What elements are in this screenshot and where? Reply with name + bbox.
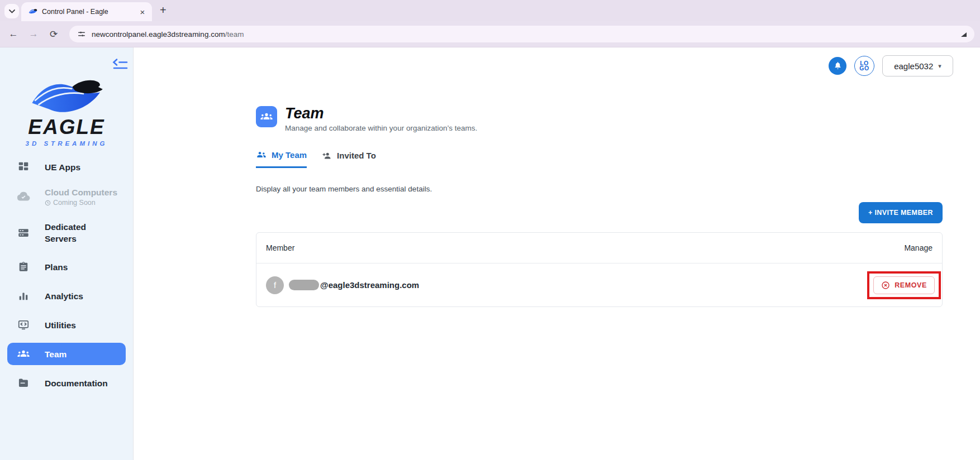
eagle-swoosh-icon bbox=[25, 75, 108, 118]
coming-soon-badge: Coming Soon bbox=[45, 199, 117, 207]
sidebar-item-utilities[interactable]: Utilities bbox=[0, 310, 133, 339]
sidebar-item-label: Analytics bbox=[45, 290, 83, 302]
site-info-icon[interactable] bbox=[77, 30, 86, 39]
tab-title: Control Panel - Eagle bbox=[42, 8, 133, 16]
table-header: Member Manage bbox=[256, 233, 942, 263]
toolbar-edge-icon bbox=[961, 29, 967, 39]
account-dropdown[interactable]: eagle5032 ▾ bbox=[882, 55, 953, 76]
sidebar-item-documentation[interactable]: Documentation bbox=[0, 368, 133, 397]
invite-member-button[interactable]: + INVITE MEMBER bbox=[859, 202, 943, 223]
sidebar-nav: UE Apps Cloud Computers Coming Soon bbox=[0, 154, 133, 397]
avatar-text-bottom: GO bbox=[859, 66, 869, 71]
team-icon bbox=[17, 347, 30, 361]
dashboard-icon bbox=[17, 161, 30, 173]
team-page: Team Manage and collaborate within your … bbox=[256, 106, 943, 307]
member-email: @eagle3dstreaming.com bbox=[320, 280, 419, 290]
tab-label: Invited To bbox=[337, 151, 376, 160]
sidebar: EAGLE 3D STREAMING UE Apps Cloud Compute… bbox=[0, 47, 134, 460]
sidebar-item-label: Documentation bbox=[45, 377, 108, 389]
forward-icon[interactable]: → bbox=[25, 28, 42, 40]
browser-toolbar: ← → ⟳ newcontrolpanel.eagle3dstreaming.c… bbox=[0, 21, 980, 47]
page-header-text: Team Manage and collaborate within your … bbox=[285, 106, 477, 132]
sidebar-item-ue-apps[interactable]: UE Apps bbox=[0, 154, 133, 180]
server-icon bbox=[17, 227, 30, 239]
column-manage: Manage bbox=[904, 243, 933, 252]
url-path: /team bbox=[225, 30, 244, 39]
header-actions: LO GO eagle5032 ▾ bbox=[829, 55, 953, 76]
tab-label: My Team bbox=[272, 150, 307, 160]
team-tabs: My Team Invited To bbox=[256, 149, 943, 168]
clock-icon bbox=[45, 200, 51, 206]
reload-icon[interactable]: ⟳ bbox=[45, 28, 63, 40]
sidebar-item-team[interactable]: Team bbox=[7, 343, 126, 365]
url-host: newcontrolpanel.eagle3dstreaming.com bbox=[92, 30, 225, 39]
app-frame: EAGLE 3D STREAMING UE Apps Cloud Compute… bbox=[0, 47, 980, 460]
tab-search-button[interactable] bbox=[4, 4, 19, 18]
url-text: newcontrolpanel.eagle3dstreaming.com/tea… bbox=[92, 30, 244, 39]
bell-icon bbox=[833, 61, 843, 71]
redacted-email-name bbox=[289, 280, 319, 290]
sidebar-item-label: Utilities bbox=[45, 319, 76, 331]
tab-my-team[interactable]: My Team bbox=[256, 149, 307, 168]
sidebar-item-cloud-computers: Cloud Computers Coming Soon bbox=[0, 180, 133, 213]
sidebar-item-label: UE Apps bbox=[45, 161, 80, 173]
page-description: Display all your team members and essent… bbox=[256, 185, 943, 193]
remove-member-button[interactable]: REMOVE bbox=[873, 276, 935, 294]
brand-name: EAGLE bbox=[0, 118, 133, 137]
utilities-icon bbox=[17, 319, 30, 331]
address-bar[interactable]: newcontrolpanel.eagle3dstreaming.com/tea… bbox=[69, 26, 974, 42]
sidebar-item-dedicated-servers[interactable]: Dedicated Servers bbox=[0, 213, 133, 252]
browser-tab-bar: Control Panel - Eagle × + bbox=[0, 0, 980, 21]
collapse-sidebar-icon[interactable] bbox=[112, 58, 129, 70]
eagle-logo: EAGLE 3D STREAMING bbox=[0, 75, 133, 147]
members-table: Member Manage f @eagle3dstreaming.com RE… bbox=[256, 232, 943, 307]
table-row: f @eagle3dstreaming.com REMOVE bbox=[256, 263, 942, 306]
tab-invited-to[interactable]: Invited To bbox=[321, 149, 376, 168]
org-logo-avatar[interactable]: LO GO bbox=[854, 56, 874, 76]
eagle-favicon-icon bbox=[28, 8, 37, 16]
bar-chart-icon bbox=[17, 290, 30, 302]
team-page-icon bbox=[256, 106, 277, 127]
tab-close-icon[interactable]: × bbox=[137, 7, 148, 17]
folder-icon bbox=[17, 377, 30, 389]
back-icon[interactable]: ← bbox=[4, 28, 22, 40]
sidebar-item-analytics[interactable]: Analytics bbox=[0, 281, 133, 310]
brand-subtitle: 3D STREAMING bbox=[0, 140, 133, 147]
page-title: Team bbox=[285, 106, 477, 121]
remove-label: REMOVE bbox=[895, 281, 927, 289]
main-panel: LO GO eagle5032 ▾ Team Manage and collab… bbox=[134, 47, 980, 460]
sidebar-item-text: Cloud Computers Coming Soon bbox=[45, 186, 117, 207]
browser-tab[interactable]: Control Panel - Eagle × bbox=[21, 2, 152, 21]
chevron-down-icon: ▾ bbox=[938, 63, 941, 70]
notifications-button[interactable] bbox=[829, 57, 846, 75]
sidebar-item-plans[interactable]: Plans bbox=[0, 252, 133, 281]
chevron-down-icon bbox=[9, 9, 15, 13]
sidebar-item-label: Plans bbox=[45, 261, 68, 273]
member-avatar: f bbox=[266, 276, 284, 294]
new-tab-button[interactable]: + bbox=[160, 4, 166, 17]
remove-highlight-annotation: REMOVE bbox=[867, 271, 941, 299]
sidebar-item-label: Dedicated Servers bbox=[45, 221, 101, 245]
sidebar-item-label: Team bbox=[45, 348, 66, 360]
page-subtitle: Manage and collaborate within your organ… bbox=[285, 124, 477, 132]
page-header: Team Manage and collaborate within your … bbox=[256, 106, 943, 132]
sidebar-collapse-row bbox=[0, 47, 133, 75]
person-add-icon bbox=[321, 150, 332, 161]
clipboard-icon bbox=[17, 261, 30, 273]
cloud-check-icon bbox=[17, 190, 30, 203]
sidebar-item-label: Cloud Computers bbox=[45, 188, 117, 197]
invite-row: + INVITE MEMBER bbox=[256, 202, 943, 223]
account-name: eagle5032 bbox=[894, 61, 933, 71]
cancel-circle-icon bbox=[881, 281, 890, 290]
column-member: Member bbox=[266, 243, 294, 252]
people-icon bbox=[256, 149, 267, 160]
